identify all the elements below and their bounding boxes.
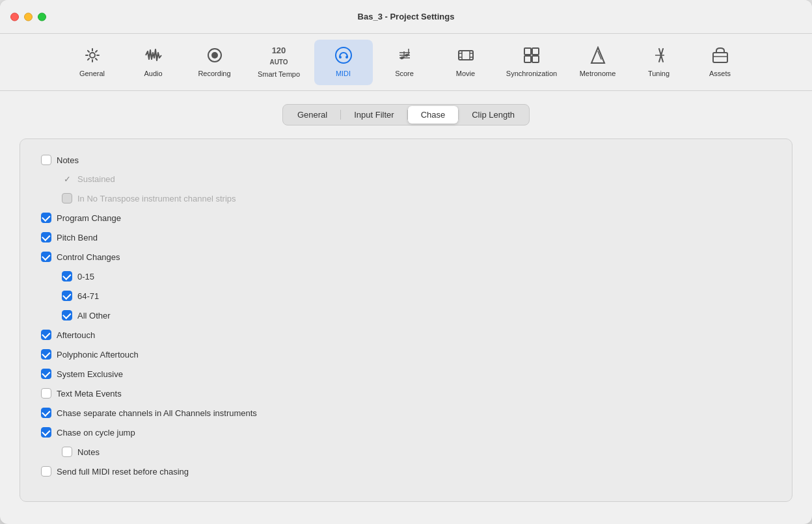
titlebar: Bas_3 - Project Settings bbox=[0, 0, 812, 34]
checkbox-cycle-notes[interactable] bbox=[62, 447, 72, 457]
checkbox-pitch-bend[interactable] bbox=[41, 232, 51, 242]
label-64-71: 64-71 bbox=[77, 291, 99, 301]
svg-point-2 bbox=[211, 52, 218, 59]
tab-chase[interactable]: Chase bbox=[408, 106, 459, 124]
toolbar-label-general: General bbox=[79, 70, 105, 78]
tempo-icon: 120AUTO bbox=[269, 46, 288, 68]
checkbox-chase-on-cycle-jump[interactable] bbox=[41, 427, 51, 438]
setting-row-0-15: 0-15 bbox=[41, 271, 771, 282]
toolbar-item-movie[interactable]: Movie bbox=[437, 40, 495, 85]
toolbar-label-movie: Movie bbox=[456, 70, 475, 78]
toolbar-label-audio: Audio bbox=[144, 70, 162, 78]
traffic-lights bbox=[10, 12, 46, 21]
svg-rect-13 bbox=[459, 51, 473, 60]
setting-row-pitch-bend: Pitch Bend bbox=[41, 232, 771, 242]
midi-icon bbox=[334, 46, 353, 67]
setting-row-all-other: All Other bbox=[41, 310, 771, 321]
waveform-icon bbox=[144, 46, 163, 67]
checkbox-polyphonic-aftertouch[interactable] bbox=[41, 349, 51, 360]
toolbar-label-score: Score bbox=[395, 70, 414, 78]
toolbar-label-recording: Recording bbox=[198, 70, 230, 78]
label-sustained: Sustained bbox=[77, 174, 115, 184]
minimize-button[interactable] bbox=[24, 12, 33, 21]
toolbar-item-metronome[interactable]: Metronome bbox=[569, 40, 627, 85]
content: General Input Filter Chase Clip Length N… bbox=[0, 91, 812, 524]
svg-rect-23 bbox=[532, 56, 539, 62]
svg-rect-21 bbox=[532, 48, 539, 55]
setting-row-text-meta-events: Text Meta Events bbox=[41, 388, 771, 399]
tab-bar: General Input Filter Chase Clip Length bbox=[20, 104, 792, 125]
close-button[interactable] bbox=[10, 12, 19, 21]
checkbox-aftertouch[interactable] bbox=[41, 330, 51, 340]
toolbar-item-score[interactable]: Score bbox=[375, 40, 434, 85]
maximize-button[interactable] bbox=[38, 12, 46, 21]
checkbox-no-transpose[interactable] bbox=[62, 193, 72, 203]
toolbar-label-metronome: Metronome bbox=[580, 70, 616, 78]
checkbox-notes[interactable] bbox=[41, 155, 51, 165]
label-0-15: 0-15 bbox=[77, 272, 94, 282]
label-system-exclusive: System Exclusive bbox=[57, 369, 123, 379]
settings-panel: Notes ✓ Sustained In No Transpose instru… bbox=[20, 138, 792, 502]
toolbar-item-audio[interactable]: Audio bbox=[124, 40, 183, 85]
toolbar-item-synchronization[interactable]: Synchronization bbox=[498, 40, 566, 85]
checkbox-all-other[interactable] bbox=[62, 310, 72, 321]
tuning-icon bbox=[650, 46, 668, 67]
toolbar-item-general[interactable]: General bbox=[63, 40, 122, 85]
label-program-change: Program Change bbox=[57, 213, 121, 223]
toolbar-label-synchronization: Synchronization bbox=[506, 70, 557, 78]
movie-icon bbox=[457, 46, 475, 67]
checkbox-control-changes[interactable] bbox=[41, 252, 51, 262]
checkbox-program-change[interactable] bbox=[41, 213, 51, 223]
setting-row-no-transpose: In No Transpose instrument channel strip… bbox=[41, 193, 771, 203]
toolbar-item-midi[interactable]: MIDI bbox=[314, 40, 373, 85]
toolbar-label-midi: MIDI bbox=[336, 70, 351, 78]
checkbox-system-exclusive[interactable] bbox=[41, 369, 51, 379]
checkbox-send-full-midi-reset[interactable] bbox=[41, 466, 51, 477]
tab-general[interactable]: General bbox=[284, 106, 340, 124]
setting-row-notes: Notes bbox=[41, 155, 771, 165]
checkmark-sustained: ✓ bbox=[62, 174, 72, 184]
svg-rect-20 bbox=[524, 48, 531, 55]
setting-row-chase-separate-channels: Chase separate channels in All Channels … bbox=[41, 408, 771, 418]
setting-row-chase-on-cycle-jump: Chase on cycle jump bbox=[41, 427, 771, 438]
assets-icon bbox=[711, 46, 729, 67]
checkbox-chase-separate-channels[interactable] bbox=[41, 408, 51, 418]
svg-point-4 bbox=[339, 56, 342, 59]
label-no-transpose: In No Transpose instrument channel strip… bbox=[77, 194, 236, 203]
metronome-icon bbox=[589, 46, 607, 67]
setting-row-sustained: ✓ Sustained bbox=[41, 174, 771, 184]
toolbar-item-tuning[interactable]: Tuning bbox=[630, 40, 688, 85]
checkbox-64-71[interactable] bbox=[62, 291, 72, 301]
setting-row-64-71: 64-71 bbox=[41, 291, 771, 301]
toolbar-item-recording[interactable]: Recording bbox=[185, 40, 244, 85]
setting-row-polyphonic-aftertouch: Polyphonic Aftertouch bbox=[41, 349, 771, 360]
toolbar-item-assets[interactable]: Assets bbox=[691, 40, 750, 85]
record-icon bbox=[206, 46, 224, 67]
setting-row-cycle-notes: Notes bbox=[41, 447, 771, 457]
setting-row-system-exclusive: System Exclusive bbox=[41, 369, 771, 379]
setting-row-send-full-midi-reset: Send full MIDI reset before chasing bbox=[41, 466, 771, 477]
svg-rect-22 bbox=[524, 56, 531, 62]
label-text-meta-events: Text Meta Events bbox=[57, 389, 122, 399]
setting-row-aftertouch: Aftertouch bbox=[41, 330, 771, 340]
tab-clip-length[interactable]: Clip Length bbox=[459, 106, 528, 124]
setting-row-control-changes: Control Changes bbox=[41, 252, 771, 262]
toolbar: General Audio Recording 120AUTO bbox=[0, 34, 812, 91]
setting-row-program-change: Program Change bbox=[41, 213, 771, 223]
checkbox-text-meta-events[interactable] bbox=[41, 388, 51, 399]
toolbar-item-smart-tempo[interactable]: 120AUTO Smart Tempo bbox=[247, 40, 312, 85]
label-pitch-bend: Pitch Bend bbox=[57, 233, 98, 242]
toolbar-label-tuning: Tuning bbox=[648, 70, 670, 78]
label-cycle-notes: Notes bbox=[77, 447, 100, 457]
svg-point-0 bbox=[90, 53, 95, 58]
tab-input-filter[interactable]: Input Filter bbox=[341, 106, 407, 124]
svg-point-5 bbox=[345, 56, 348, 59]
label-chase-separate-channels: Chase separate channels in All Channels … bbox=[57, 408, 257, 418]
svg-marker-24 bbox=[591, 47, 604, 63]
checkbox-0-15[interactable] bbox=[62, 271, 72, 282]
toolbar-label-assets: Assets bbox=[709, 70, 731, 78]
score-icon bbox=[396, 46, 414, 67]
label-aftertouch: Aftertouch bbox=[57, 330, 95, 340]
label-control-changes: Control Changes bbox=[57, 252, 120, 262]
label-chase-on-cycle-jump: Chase on cycle jump bbox=[57, 428, 135, 438]
